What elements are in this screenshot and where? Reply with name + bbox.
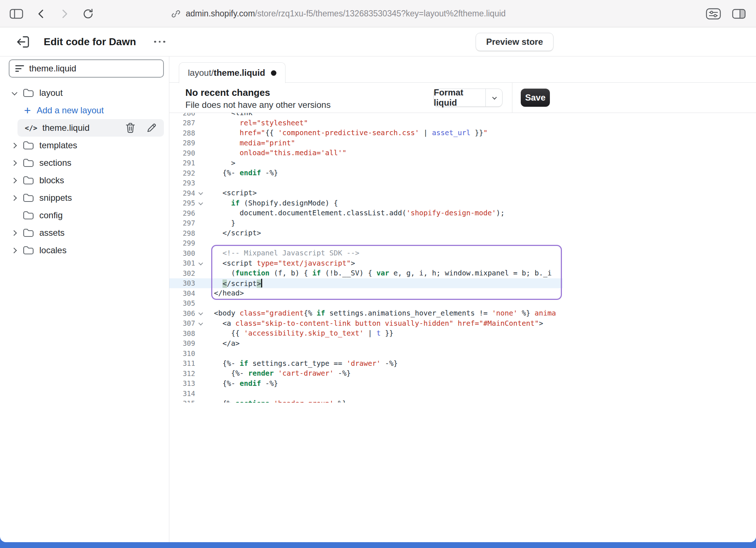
line-number: 308 xyxy=(169,329,195,337)
fold-chevron-icon[interactable] xyxy=(195,312,205,315)
code-line[interactable]: 296 document.documentElement.classList.a… xyxy=(169,208,563,218)
code-text: onload="this.media='all'" xyxy=(205,149,346,157)
forward-arrow-icon xyxy=(59,8,70,19)
extensions-button[interactable] xyxy=(706,8,721,20)
code-line[interactable]: 305 xyxy=(169,298,563,309)
code-line[interactable]: 303 </script> xyxy=(169,278,563,289)
code-line[interactable]: 294 <script> xyxy=(169,188,563,198)
url-domain: admin.shopify.com xyxy=(186,9,255,18)
page-title: Edit code for Dawn xyxy=(44,36,136,48)
sidebar-toggle-icon xyxy=(9,8,23,19)
save-button[interactable]: Save xyxy=(521,89,550,107)
folder-icon xyxy=(23,193,34,203)
code-line[interactable]: 298 </script> xyxy=(169,228,563,238)
line-number: 311 xyxy=(169,359,195,367)
sidebar-item-templates[interactable]: templates xyxy=(0,137,169,154)
rename-file-button[interactable] xyxy=(146,123,157,133)
back-button[interactable] xyxy=(36,8,47,19)
code-lines: 286 <link287 rel="stylesheet"288 href="{… xyxy=(169,113,563,403)
code-line[interactable]: 291 > xyxy=(169,158,563,168)
sidebar-item-snippets[interactable]: snippets xyxy=(0,189,169,207)
fold-chevron-icon[interactable] xyxy=(195,191,205,195)
add-new-layout-button[interactable]: + Add a new layout xyxy=(0,102,169,119)
format-dropdown-button[interactable] xyxy=(485,89,502,106)
line-number: 312 xyxy=(169,369,195,377)
tab-theme-liquid[interactable]: layout/theme.liquid xyxy=(179,62,286,83)
format-liquid-button[interactable]: Format liquid xyxy=(433,89,503,107)
sidebar-item-blocks[interactable]: blocks xyxy=(0,172,169,189)
code-text: </a> xyxy=(205,339,240,348)
filter-icon xyxy=(15,64,24,74)
code-editor[interactable]: 286 <link287 rel="stylesheet"288 href="{… xyxy=(169,113,563,403)
file-filter-value: theme.liquid xyxy=(29,63,76,74)
code-line[interactable]: 288 href="{{ 'component-predictive-searc… xyxy=(169,128,563,138)
code-line[interactable]: 301 <script type="text/javascript"> xyxy=(169,258,563,269)
code-line[interactable]: 289 media="print" xyxy=(169,138,563,148)
preview-store-button[interactable]: Preview store xyxy=(476,33,554,51)
editor-panel: layout/theme.liquid No recent changes Fi… xyxy=(169,56,756,542)
code-line[interactable]: 300 <!-- Mixpanel Javascript SDK --> xyxy=(169,248,563,258)
tab-strip: layout/theme.liquid xyxy=(169,56,756,83)
split-view-button[interactable] xyxy=(732,8,746,19)
folder-icon xyxy=(23,210,34,220)
code-line[interactable]: 314 xyxy=(169,388,563,399)
code-line[interactable]: 315 {% sections 'header-group' %} xyxy=(169,399,563,403)
code-line[interactable]: 286 <link xyxy=(169,113,563,118)
code-text: {%- endif -%} xyxy=(205,379,278,388)
format-liquid-label: Format liquid xyxy=(434,89,485,106)
sidebar-item-theme-liquid[interactable]: </> theme.liquid xyxy=(17,119,164,137)
delete-file-button[interactable] xyxy=(125,122,135,133)
code-line[interactable]: 309 </a> xyxy=(169,338,563,349)
sidebar-item-assets[interactable]: assets xyxy=(0,224,169,242)
chrome-nav-group xyxy=(9,0,94,27)
code-line[interactable]: 311 {%- if settings.cart_type == 'drawer… xyxy=(169,359,563,369)
code-line[interactable]: 313 {%- endif -%} xyxy=(169,379,563,389)
sidebar-toggle-button[interactable] xyxy=(9,8,23,19)
line-number: 299 xyxy=(169,239,195,247)
code-line[interactable]: 304 </head> xyxy=(169,288,563,298)
fold-chevron-icon[interactable] xyxy=(195,201,205,205)
exit-button[interactable] xyxy=(16,35,31,49)
chevron-right-icon xyxy=(11,195,17,201)
url-text: admin.shopify.com/store/rzq1xu-f5/themes… xyxy=(186,9,506,19)
back-arrow-icon xyxy=(36,8,47,19)
address-bar[interactable]: admin.shopify.com/store/rzq1xu-f5/themes… xyxy=(171,0,506,27)
code-line[interactable]: 287 rel="stylesheet" xyxy=(169,118,563,128)
fold-chevron-icon[interactable] xyxy=(195,262,205,265)
code-line[interactable]: 306 <body class="gradient{% if settings.… xyxy=(169,308,563,318)
code-line[interactable]: 310 xyxy=(169,348,563,359)
line-number: 300 xyxy=(169,249,195,257)
desktop-background: admin.shopify.com/store/rzq1xu-f5/themes… xyxy=(0,0,756,548)
code-line[interactable]: 292 {%- endif -%} xyxy=(169,168,563,178)
more-actions-button[interactable] xyxy=(151,40,169,43)
code-line[interactable]: 302 (function (f, b) { if (!b.__SV) { va… xyxy=(169,268,563,278)
code-text: } xyxy=(205,219,235,227)
code-line[interactable]: 290 onload="this.media='all'" xyxy=(169,148,563,158)
code-line[interactable]: 307 <a class="skip-to-content-link butto… xyxy=(169,318,563,329)
line-number: 289 xyxy=(169,139,195,147)
line-number: 307 xyxy=(169,319,195,327)
forward-button[interactable] xyxy=(59,8,70,19)
code-text: </script> xyxy=(205,229,261,237)
code-line[interactable]: 293 xyxy=(169,178,563,188)
code-line[interactable]: 299 xyxy=(169,238,563,248)
chevron-right-icon xyxy=(11,247,17,253)
sidebar-item-config[interactable]: config xyxy=(0,207,169,224)
file-filter-input[interactable]: theme.liquid xyxy=(9,59,164,78)
code-line[interactable]: 308 {{ 'accessibility.skip_to_text' | t … xyxy=(169,328,563,338)
reload-button[interactable] xyxy=(82,8,94,20)
code-line[interactable]: 312 {%- render 'cart-drawer' -%} xyxy=(169,368,563,379)
line-number: 286 xyxy=(169,113,195,117)
fold-chevron-icon[interactable] xyxy=(195,322,205,325)
code-line[interactable]: 295 if (Shopify.designMode) { xyxy=(169,198,563,208)
line-number: 301 xyxy=(169,259,195,267)
trash-icon xyxy=(125,122,135,133)
sidebar-item-layout[interactable]: layout xyxy=(0,84,169,102)
line-number: 287 xyxy=(169,119,195,127)
code-text: {%- if settings.cart_type == 'drawer' -%… xyxy=(205,359,398,368)
line-number: 309 xyxy=(169,339,195,347)
code-line[interactable]: 297 } xyxy=(169,218,563,228)
sidebar-item-sections[interactable]: sections xyxy=(0,154,169,172)
sidebar-item-locales[interactable]: locales xyxy=(0,242,169,259)
link-icon xyxy=(171,9,181,19)
